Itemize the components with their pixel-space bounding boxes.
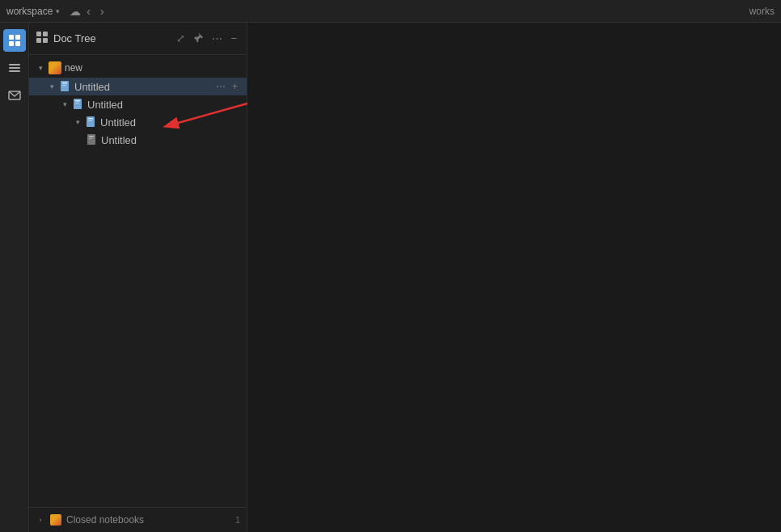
chevron-1: ▾ <box>47 82 57 91</box>
mail-icon-button[interactable] <box>3 84 26 107</box>
panel-header: Doc Tree ⤢ ⋯ − <box>29 23 247 55</box>
content-area <box>247 23 781 532</box>
pin-panel-button[interactable] <box>190 31 207 47</box>
menu-icon-button[interactable] <box>3 57 26 79</box>
tree-item-1-actions: ⋯ + <box>213 80 240 93</box>
tree-item-3[interactable]: ▾ Untitled ⋯ + <box>29 113 247 131</box>
closed-notebooks-section[interactable]: › Closed notebooks 1 <box>29 507 247 532</box>
more-options-button[interactable]: ⋯ <box>209 31 226 46</box>
svg-rect-23 <box>87 134 95 145</box>
item-4-add-btn[interactable]: + <box>230 133 240 146</box>
tree-item-label-3: Untitled <box>100 116 211 129</box>
nav-buttons: ☁ ‹ › <box>66 3 108 19</box>
svg-rect-2 <box>9 41 14 46</box>
svg-rect-0 <box>9 35 14 40</box>
doc-tree-panel: Doc Tree ⤢ ⋯ − ▾ new ▾ <box>29 23 247 532</box>
chevron-2: ▾ <box>60 100 70 108</box>
group-chevron-icon: ▾ <box>36 64 45 72</box>
svg-rect-19 <box>75 103 79 103</box>
topbar-right-label: works <box>749 6 775 17</box>
tree-item-2[interactable]: ▾ Untitled ⋯ + <box>29 95 247 113</box>
svg-rect-10 <box>36 32 41 36</box>
cloud-icon: ☁ <box>70 5 81 18</box>
item-1-more-btn[interactable]: ⋯ <box>213 80 228 93</box>
item-1-add-btn[interactable]: + <box>230 80 240 93</box>
panel-title: Doc Tree <box>53 32 168 44</box>
svg-rect-17 <box>74 99 82 109</box>
svg-rect-25 <box>89 138 92 139</box>
doc-icon-1 <box>59 80 72 93</box>
svg-rect-11 <box>43 32 48 36</box>
closed-notebooks-label: Closed notebooks <box>66 514 144 526</box>
chevron-3: ▾ <box>73 118 82 126</box>
topbar: workspace ▾ ☁ ‹ › works <box>0 0 781 23</box>
svg-rect-20 <box>87 116 95 127</box>
item-3-add-btn[interactable]: + <box>230 116 240 129</box>
expand-panel-button[interactable]: ⤢ <box>173 31 188 46</box>
close-panel-button[interactable]: − <box>227 31 240 46</box>
svg-rect-21 <box>88 118 93 120</box>
svg-rect-5 <box>9 67 20 69</box>
svg-rect-15 <box>62 82 67 84</box>
tree-item-label-2: Untitled <box>87 99 211 111</box>
item-4-more-btn[interactable]: ⋯ <box>213 133 228 146</box>
tree-item-label-1: Untitled <box>74 81 211 93</box>
svg-rect-4 <box>9 64 20 65</box>
main-layout: Doc Tree ⤢ ⋯ − ▾ new ▾ <box>0 23 781 532</box>
doc-icon-3 <box>85 116 98 129</box>
home-icon-button[interactable] <box>3 29 26 52</box>
svg-rect-14 <box>61 81 69 91</box>
doc-tree-icon <box>36 31 49 46</box>
item-2-more-btn[interactable]: ⋯ <box>213 98 228 111</box>
group-label: new <box>65 62 82 74</box>
tree-content: ▾ new ▾ Untitled ⋯ + <box>29 55 247 507</box>
svg-rect-6 <box>9 70 20 72</box>
back-button[interactable]: ‹ <box>82 3 95 19</box>
tree-item-label-4: Untitled <box>101 134 211 146</box>
tree-item-4[interactable]: Untitled ⋯ + <box>29 131 247 149</box>
forward-button[interactable]: › <box>96 3 108 19</box>
svg-rect-3 <box>15 41 20 46</box>
tree-item-1[interactable]: ▾ Untitled ⋯ + <box>29 78 247 95</box>
notebook-icon <box>49 61 61 74</box>
footer-notebook-icon <box>50 514 61 526</box>
doc-icon-2 <box>72 98 85 111</box>
group-new[interactable]: ▾ new <box>29 58 247 78</box>
svg-rect-13 <box>43 38 48 43</box>
workspace-chevron: ▾ <box>56 7 60 15</box>
svg-rect-24 <box>89 136 94 137</box>
workspace-label: workspace <box>6 6 53 17</box>
footer-chevron: › <box>36 516 45 524</box>
closed-notebooks-count: 1 <box>235 515 240 525</box>
svg-rect-16 <box>62 85 66 86</box>
svg-rect-1 <box>15 35 20 40</box>
icon-strip <box>0 23 29 532</box>
doc-icon-4 <box>86 133 99 146</box>
item-2-add-btn[interactable]: + <box>230 98 240 111</box>
panel-header-actions: ⤢ ⋯ − <box>173 31 240 47</box>
svg-rect-18 <box>75 100 80 102</box>
svg-rect-12 <box>36 38 41 43</box>
workspace-button[interactable]: workspace ▾ <box>6 6 60 17</box>
svg-rect-22 <box>88 120 92 121</box>
item-3-more-btn[interactable]: ⋯ <box>213 116 228 129</box>
